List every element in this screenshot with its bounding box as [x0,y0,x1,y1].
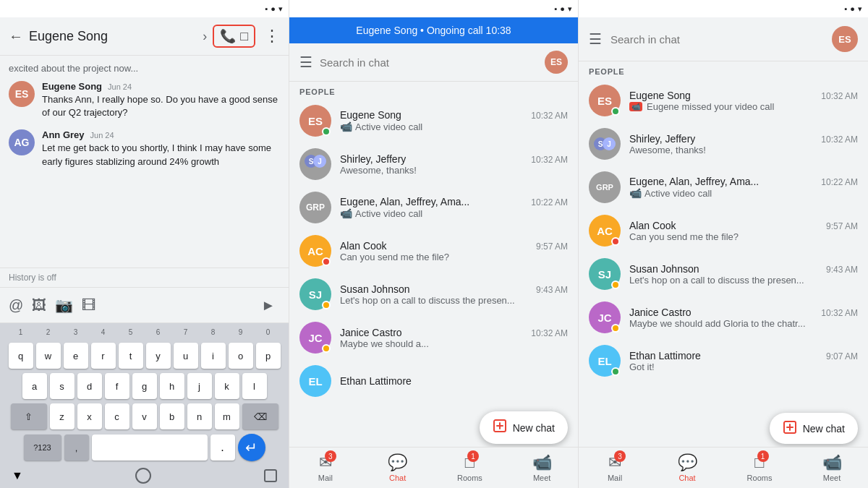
send-button[interactable]: ► [257,294,280,317]
kb-key-v[interactable]: v [132,403,157,429]
chat-subtitle: Maybe we should a... [340,338,568,349]
status-shape3: ▾ [278,4,283,14]
kb-recents-button[interactable] [264,469,277,482]
kb-enter-key[interactable]: ↵ [238,434,265,461]
tab-chat-p3[interactable]: 💬 Chat [651,448,723,488]
camera-icon[interactable]: 📷 [55,296,73,314]
chat-name: Ethan Lattimore [340,375,412,387]
message-list: excited about the project now... ES Euge… [0,56,289,267]
new-chat-fab[interactable]: New chat [480,411,568,444]
hamburger-icon[interactable]: ☰ [299,53,312,71]
tab-chat[interactable]: 💬 Chat [362,448,434,488]
chat-item-janice-p3[interactable]: JC Janice Castro 10:32 AM Maybe we shoul… [579,296,868,339]
chat-item-eugene[interactable]: ES Eugene Song 10:32 AM 📹 Active video c… [289,99,578,142]
rooms-badge: 1 [467,450,479,462]
online-status [611,367,620,376]
chat-time: 9:43 AM [536,285,568,295]
video-call-icon[interactable]: □ [240,29,248,44]
chat-item-susan[interactable]: SJ Susan Johnson 9:43 AM Let's hop on a … [289,273,578,316]
kb-key-b[interactable]: b [160,403,184,429]
chat-item-shirley-p3[interactable]: S J Shirley, Jeffery 10:32 AM Awesome, t… [579,122,868,166]
kb-key-a[interactable]: a [22,373,47,399]
kb-key-o[interactable]: o [229,343,253,369]
chat-item-group1-p3[interactable]: GRP Eugene, Alan, Jeffrey, Ama... 10:22 … [579,166,868,209]
kb-comma-key[interactable]: , [64,435,89,461]
kb-backspace-key[interactable]: ⌫ [242,403,278,429]
tab-rooms-label: Rooms [747,474,773,482]
kb-key-x[interactable]: x [77,403,102,429]
kb-key-r[interactable]: r [91,343,116,369]
chat-time: 10:32 AM [821,308,858,318]
chat-item-ethan[interactable]: EL Ethan Lattimore [289,359,578,403]
user-avatar[interactable]: ES [832,26,858,52]
kb-space-key[interactable] [92,435,208,461]
chat-item-susan-p3[interactable]: SJ Susan Johnson 9:43 AM Let's hop on a … [579,252,868,296]
kb-key-e[interactable]: e [64,343,88,369]
tab-mail[interactable]: ✉ 3 Mail [289,448,362,488]
kb-key-g[interactable]: g [132,373,157,399]
call-video-box[interactable]: 📞 □ [213,25,255,48]
avatar: EL [299,365,331,397]
kb-key-l[interactable]: l [242,373,267,399]
kb-key-c[interactable]: c [105,403,129,429]
avatar: AC [589,215,621,247]
chat-time: 10:32 AM [821,91,858,101]
chat-item-group1[interactable]: GRP Eugene, Alan, Jeffrey, Ama... 10:22 … [289,186,578,229]
kb-num: 7 [174,325,198,339]
tab-rooms[interactable]: □ 1 Rooms [434,448,506,488]
mail-icon: ✉ 3 [319,453,332,472]
kb-key-u[interactable]: u [174,343,198,369]
kb-key-j[interactable]: j [187,373,212,399]
chat-subtitle: 📹 Eugene missed your video call [629,101,858,112]
kb-num: 9 [229,325,253,339]
chat-item-janice[interactable]: JC Janice Castro 10:32 AM Maybe we shoul… [289,316,578,359]
kb-key-w[interactable]: w [36,343,61,369]
kb-shift-key[interactable]: ⇧ [11,403,47,429]
kb-key-d[interactable]: d [77,373,102,399]
video-add-icon[interactable]: 🎞 [82,297,96,314]
kb-key-k[interactable]: k [215,373,239,399]
chat-item-ethan-p3[interactable]: EL Ethan Lattimore 9:07 AM Got it! [579,339,868,382]
kb-num: 1 [9,325,33,339]
phone-icon[interactable]: 📞 [220,28,236,44]
chat-item-eugene-p3[interactable]: ES Eugene Song 10:32 AM 📹 Eugene missed … [579,79,868,122]
kb-key-t[interactable]: t [119,343,143,369]
new-chat-fab-p3[interactable]: New chat [770,413,858,444]
kb-symbols-key[interactable]: ?123 [24,435,61,461]
video-icon: 📹 [629,187,642,199]
back-button[interactable]: ← [9,28,23,45]
kb-key-z[interactable]: z [50,403,75,429]
chat-top: Janice Castro 10:32 AM [629,307,858,318]
kb-home-button[interactable] [135,468,151,484]
mention-icon[interactable]: @ [9,297,23,314]
chat-item-alan[interactable]: AC Alan Cook 9:57 AM Can you send me the… [289,229,578,273]
kb-dot-key[interactable]: . [210,435,235,461]
search-input[interactable] [610,33,823,46]
kb-key-f[interactable]: f [105,373,129,399]
chat-item-alan-p3[interactable]: AC Alan Cook 9:57 AM Can you send me the… [579,209,868,252]
user-avatar[interactable]: ES [545,51,568,74]
kb-key-s[interactable]: s [50,373,75,399]
hamburger-icon[interactable]: ☰ [589,30,602,48]
tab-rooms-p3[interactable]: □ 1 Rooms [723,448,796,488]
chat-time: 10:32 AM [531,328,568,338]
chat-top: Susan Johnson 9:43 AM [629,263,858,275]
more-options-button[interactable]: ⋮ [264,27,280,46]
section-people-label: PEOPLE [289,82,578,99]
image-icon[interactable]: 🖼 [32,297,46,314]
kb-key-n[interactable]: n [187,403,212,429]
kb-key-q[interactable]: q [9,343,33,369]
chat-item-shirley[interactable]: S J Shirley, Jeffery 10:32 AM Awesome, t… [289,142,578,186]
tab-mail-p3[interactable]: ✉ 3 Mail [579,448,651,488]
kb-key-m[interactable]: m [215,403,239,429]
away-status [322,301,331,309]
kb-key-h[interactable]: h [160,373,184,399]
kb-key-i[interactable]: i [201,343,226,369]
search-input[interactable] [320,56,537,69]
kb-key-y[interactable]: y [146,343,171,369]
tab-meet[interactable]: 📹 Meet [506,448,578,488]
tab-meet-p3[interactable]: 📹 Meet [796,448,868,488]
avatar: GRP [589,171,621,203]
group-avatar-icon: S J [589,128,621,160]
kb-key-p[interactable]: p [256,343,281,369]
